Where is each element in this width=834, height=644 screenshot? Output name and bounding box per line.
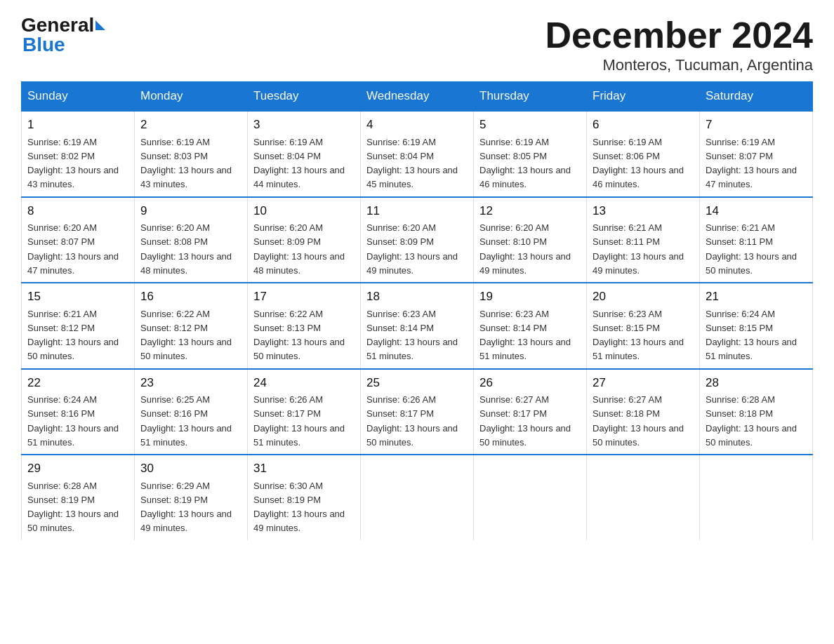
day-number: 29 xyxy=(27,459,128,478)
sun-info: Sunrise: 6:24 AMSunset: 8:16 PMDaylight:… xyxy=(27,394,119,448)
sun-info: Sunrise: 6:21 AMSunset: 8:11 PMDaylight:… xyxy=(593,222,684,276)
sun-info: Sunrise: 6:20 AMSunset: 8:07 PMDaylight:… xyxy=(27,222,119,276)
sun-info: Sunrise: 6:22 AMSunset: 8:13 PMDaylight:… xyxy=(253,309,345,362)
table-row: 26 Sunrise: 6:27 AMSunset: 8:17 PMDaylig… xyxy=(474,369,587,455)
logo-blue-text: Blue xyxy=(22,34,65,55)
day-number: 11 xyxy=(366,202,468,220)
table-row xyxy=(587,455,700,540)
sun-info: Sunrise: 6:19 AMSunset: 8:03 PMDaylight:… xyxy=(140,137,232,190)
table-row: 9 Sunrise: 6:20 AMSunset: 8:08 PMDayligh… xyxy=(135,197,248,283)
table-row: 6 Sunrise: 6:19 AMSunset: 8:06 PMDayligh… xyxy=(587,111,700,197)
table-row: 10 Sunrise: 6:20 AMSunset: 8:09 PMDaylig… xyxy=(248,197,361,283)
day-number: 22 xyxy=(27,374,128,392)
day-number: 5 xyxy=(479,116,581,134)
logo-arrow-icon xyxy=(95,20,105,30)
title-section: December 2024 Monteros, Tucuman, Argenti… xyxy=(545,14,813,74)
table-row: 15 Sunrise: 6:21 AMSunset: 8:12 PMDaylig… xyxy=(22,283,135,369)
calendar-header-row: Sunday Monday Tuesday Wednesday Thursday… xyxy=(22,82,813,112)
table-row: 14 Sunrise: 6:21 AMSunset: 8:11 PMDaylig… xyxy=(700,197,813,283)
day-number: 31 xyxy=(253,459,355,478)
day-number: 16 xyxy=(140,288,241,306)
col-saturday: Saturday xyxy=(700,82,813,112)
sun-info: Sunrise: 6:20 AMSunset: 8:09 PMDaylight:… xyxy=(366,222,458,276)
sun-info: Sunrise: 6:20 AMSunset: 8:09 PMDaylight:… xyxy=(253,222,345,276)
table-row: 13 Sunrise: 6:21 AMSunset: 8:11 PMDaylig… xyxy=(587,197,700,283)
calendar-week-row: 22 Sunrise: 6:24 AMSunset: 8:16 PMDaylig… xyxy=(22,369,813,455)
sun-info: Sunrise: 6:20 AMSunset: 8:10 PMDaylight:… xyxy=(479,222,571,276)
col-friday: Friday xyxy=(587,82,700,112)
day-number: 3 xyxy=(253,116,355,134)
day-number: 28 xyxy=(706,374,807,392)
table-row: 3 Sunrise: 6:19 AMSunset: 8:04 PMDayligh… xyxy=(248,111,361,197)
day-number: 20 xyxy=(593,288,694,306)
calendar-table: Sunday Monday Tuesday Wednesday Thursday… xyxy=(21,81,813,540)
day-number: 19 xyxy=(479,288,581,306)
sun-info: Sunrise: 6:24 AMSunset: 8:15 PMDaylight:… xyxy=(706,309,797,362)
table-row: 4 Sunrise: 6:19 AMSunset: 8:04 PMDayligh… xyxy=(361,111,474,197)
table-row: 1 Sunrise: 6:19 AMSunset: 8:02 PMDayligh… xyxy=(22,111,135,197)
sun-info: Sunrise: 6:30 AMSunset: 8:19 PMDaylight:… xyxy=(253,481,345,534)
sun-info: Sunrise: 6:27 AMSunset: 8:18 PMDaylight:… xyxy=(593,394,684,448)
sun-info: Sunrise: 6:25 AMSunset: 8:16 PMDaylight:… xyxy=(140,394,232,448)
sun-info: Sunrise: 6:19 AMSunset: 8:04 PMDaylight:… xyxy=(366,137,458,190)
day-number: 9 xyxy=(140,202,241,220)
table-row: 2 Sunrise: 6:19 AMSunset: 8:03 PMDayligh… xyxy=(135,111,248,197)
sun-info: Sunrise: 6:20 AMSunset: 8:08 PMDaylight:… xyxy=(140,222,232,276)
day-number: 10 xyxy=(253,202,355,220)
table-row: 11 Sunrise: 6:20 AMSunset: 8:09 PMDaylig… xyxy=(361,197,474,283)
day-number: 25 xyxy=(366,374,468,392)
sun-info: Sunrise: 6:19 AMSunset: 8:05 PMDaylight:… xyxy=(479,137,571,190)
day-number: 17 xyxy=(253,288,355,306)
sun-info: Sunrise: 6:23 AMSunset: 8:14 PMDaylight:… xyxy=(366,309,458,362)
sun-info: Sunrise: 6:28 AMSunset: 8:19 PMDaylight:… xyxy=(27,481,119,534)
sun-info: Sunrise: 6:22 AMSunset: 8:12 PMDaylight:… xyxy=(140,309,232,362)
calendar-week-row: 15 Sunrise: 6:21 AMSunset: 8:12 PMDaylig… xyxy=(22,283,813,369)
table-row xyxy=(700,455,813,540)
day-number: 8 xyxy=(27,202,128,220)
day-number: 26 xyxy=(479,374,581,392)
sun-info: Sunrise: 6:23 AMSunset: 8:15 PMDaylight:… xyxy=(593,309,684,362)
table-row: 8 Sunrise: 6:20 AMSunset: 8:07 PMDayligh… xyxy=(22,197,135,283)
table-row: 28 Sunrise: 6:28 AMSunset: 8:18 PMDaylig… xyxy=(700,369,813,455)
table-row: 25 Sunrise: 6:26 AMSunset: 8:17 PMDaylig… xyxy=(361,369,474,455)
sun-info: Sunrise: 6:19 AMSunset: 8:06 PMDaylight:… xyxy=(593,137,684,190)
calendar-week-row: 8 Sunrise: 6:20 AMSunset: 8:07 PMDayligh… xyxy=(22,197,813,283)
table-row: 21 Sunrise: 6:24 AMSunset: 8:15 PMDaylig… xyxy=(700,283,813,369)
day-number: 14 xyxy=(706,202,807,220)
sun-info: Sunrise: 6:29 AMSunset: 8:19 PMDaylight:… xyxy=(140,481,232,534)
day-number: 2 xyxy=(140,116,241,134)
day-number: 6 xyxy=(593,116,694,134)
sun-info: Sunrise: 6:26 AMSunset: 8:17 PMDaylight:… xyxy=(366,394,458,448)
table-row: 20 Sunrise: 6:23 AMSunset: 8:15 PMDaylig… xyxy=(587,283,700,369)
table-row: 24 Sunrise: 6:26 AMSunset: 8:17 PMDaylig… xyxy=(248,369,361,455)
page-header: General Blue December 2024 Monteros, Tuc… xyxy=(21,14,813,74)
month-title: December 2024 xyxy=(545,14,813,56)
table-row: 7 Sunrise: 6:19 AMSunset: 8:07 PMDayligh… xyxy=(700,111,813,197)
day-number: 24 xyxy=(253,374,355,392)
col-tuesday: Tuesday xyxy=(248,82,361,112)
sun-info: Sunrise: 6:19 AMSunset: 8:02 PMDaylight:… xyxy=(27,137,119,190)
col-thursday: Thursday xyxy=(474,82,587,112)
col-wednesday: Wednesday xyxy=(361,82,474,112)
sun-info: Sunrise: 6:28 AMSunset: 8:18 PMDaylight:… xyxy=(706,394,797,448)
day-number: 4 xyxy=(366,116,468,134)
table-row: 19 Sunrise: 6:23 AMSunset: 8:14 PMDaylig… xyxy=(474,283,587,369)
sun-info: Sunrise: 6:19 AMSunset: 8:07 PMDaylight:… xyxy=(706,137,797,190)
table-row: 31 Sunrise: 6:30 AMSunset: 8:19 PMDaylig… xyxy=(248,455,361,540)
day-number: 7 xyxy=(706,116,807,134)
sun-info: Sunrise: 6:27 AMSunset: 8:17 PMDaylight:… xyxy=(479,394,571,448)
table-row xyxy=(361,455,474,540)
calendar-week-row: 29 Sunrise: 6:28 AMSunset: 8:19 PMDaylig… xyxy=(22,455,813,540)
day-number: 12 xyxy=(479,202,581,220)
logo: General Blue xyxy=(21,14,107,56)
day-number: 30 xyxy=(140,459,241,478)
table-row: 30 Sunrise: 6:29 AMSunset: 8:19 PMDaylig… xyxy=(135,455,248,540)
calendar-week-row: 1 Sunrise: 6:19 AMSunset: 8:02 PMDayligh… xyxy=(22,111,813,197)
table-row: 27 Sunrise: 6:27 AMSunset: 8:18 PMDaylig… xyxy=(587,369,700,455)
table-row: 23 Sunrise: 6:25 AMSunset: 8:16 PMDaylig… xyxy=(135,369,248,455)
sun-info: Sunrise: 6:21 AMSunset: 8:12 PMDaylight:… xyxy=(27,309,119,362)
day-number: 1 xyxy=(27,116,128,134)
table-row: 17 Sunrise: 6:22 AMSunset: 8:13 PMDaylig… xyxy=(248,283,361,369)
table-row: 12 Sunrise: 6:20 AMSunset: 8:10 PMDaylig… xyxy=(474,197,587,283)
table-row: 29 Sunrise: 6:28 AMSunset: 8:19 PMDaylig… xyxy=(22,455,135,540)
